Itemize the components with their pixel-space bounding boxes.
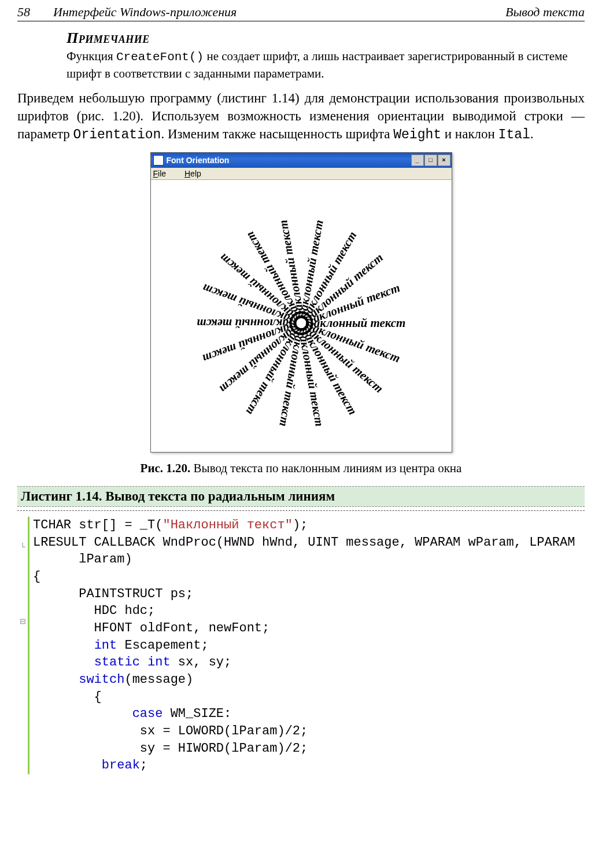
code-line: static int sx, sy; [33,655,231,670]
minimize-button[interactable]: _ [411,155,424,166]
code-line: sx = LOWORD(lParam)/2; [33,724,308,738]
code-gutter: └ ⊟ [17,517,29,774]
para-t2: . Изменим также насыщенность шрифта [161,127,393,141]
fold-end-icon: └ [17,538,28,556]
note-block: Примечание Функция CreateFont() не созда… [67,30,585,82]
caption-label: Рис. 1.20. [141,461,191,475]
code-line: lParam) [33,552,132,567]
code-line: sy = HIWORD(lParam)/2; [33,741,308,756]
para-m1: Orientation [73,127,161,142]
code-line: PAINTSTRUCT ps; [33,587,193,601]
code-line: switch(message) [33,672,193,687]
close-button[interactable]: × [438,155,450,166]
menu-help-label: elp [190,169,201,178]
note-code: CreateFont() [116,50,204,64]
header-section: Вывод текста [505,5,585,20]
para-t3: и наклон [441,127,498,141]
menubar: File Help [151,168,452,180]
menu-file[interactable]: File [153,169,175,178]
page-header: 58 Интерфейс Windows-приложения Вывод те… [17,0,585,21]
note-body: Функция CreateFont() не создает шрифт, а… [67,48,585,82]
menu-help[interactable]: Help [184,169,209,178]
titlebar: Font Orientation _ □ × [151,153,452,168]
code-line: int Escapement; [33,638,209,653]
app-icon [153,155,164,165]
menu-file-label: ile [158,169,166,178]
page-number: 58 [17,5,30,20]
code-line: LRESULT CALLBACK WndProc(HWND hWnd, UINT… [33,535,575,550]
header-chapter: Интерфейс Windows-приложения [53,5,505,20]
fold-toggle-icon[interactable]: ⊟ [17,613,28,630]
code-line: TCHAR str[] = _T("Наклонный текст"); [33,518,308,532]
window-title: Font Orientation [167,156,411,165]
figure-window: Font Orientation _ □ × File Help Наклонн… [150,152,452,453]
code-line: HDC hdc; [33,604,155,618]
figure-caption: Рис. 1.20. Вывод текста по наклонным лин… [17,461,585,476]
para-m2: Weight [393,127,441,142]
para-m3: Ital [498,127,530,142]
code-line: HFONT oldFont, newFont; [33,621,269,635]
code-line: { [33,690,102,704]
code-line: { [33,569,40,584]
divider [17,510,585,511]
caption-text: Вывод текста по наклонным линиям из цент… [190,461,461,475]
note-text-pre: Функция [67,49,116,63]
para-t4: . [530,127,534,141]
code-line: break; [33,758,147,773]
code-lines: TCHAR str[] = _T("Наклонный текст"); LRE… [29,517,585,774]
code-line: case WM_SIZE: [33,707,231,721]
note-title: Примечание [67,30,585,47]
figure-canvas: Наклонный текстНаклонный текстНаклонный … [151,180,452,452]
body-paragraph: Приведем небольшую программу (листинг 1.… [17,89,585,144]
listing-header: Листинг 1.14. Вывод текста по радиальным… [17,486,585,507]
maximize-button[interactable]: □ [424,155,437,166]
code-block: └ ⊟ TCHAR str[] = _T("Наклонный текст");… [17,517,585,774]
